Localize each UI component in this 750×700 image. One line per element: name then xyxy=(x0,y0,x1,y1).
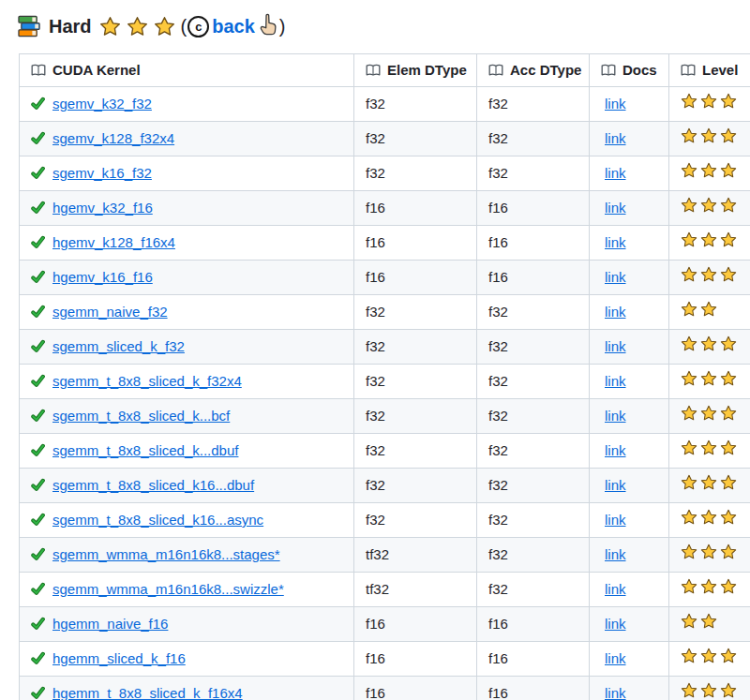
level-stars xyxy=(681,93,737,110)
docs-link[interactable]: link xyxy=(605,373,626,389)
acc-dtype-cell: f32 xyxy=(477,469,590,503)
docs-link[interactable]: link xyxy=(605,408,626,424)
kernel-link[interactable]: sgemv_k16_f32 xyxy=(52,165,152,181)
star-icon xyxy=(720,335,737,352)
star-icon xyxy=(681,544,698,560)
kernel-link[interactable]: hgemm_t_8x8_sliced_k_f16x4 xyxy=(52,685,243,700)
star-icon xyxy=(681,439,698,456)
docs-link[interactable]: link xyxy=(605,477,626,493)
docs-link[interactable]: link xyxy=(605,338,626,354)
level-stars xyxy=(681,613,717,630)
docs-link[interactable]: link xyxy=(605,234,626,250)
level-stars xyxy=(681,335,737,352)
col-header-cuda-kernel: CUDA Kernel xyxy=(20,54,354,87)
check-icon xyxy=(31,305,45,319)
kernel-link[interactable]: hgemv_k128_f16x4 xyxy=(52,234,175,250)
level-cell xyxy=(669,191,750,226)
star-icon xyxy=(681,474,698,491)
elem-dtype-cell: f32 xyxy=(354,330,477,365)
star-icon xyxy=(720,162,737,179)
docs-link[interactable]: link xyxy=(605,304,626,320)
docs-link[interactable]: link xyxy=(605,512,626,528)
kernel-link[interactable]: hgemv_k32_f16 xyxy=(52,200,153,216)
kernel-link[interactable]: sgemm_t_8x8_sliced_k...bcf xyxy=(52,408,230,424)
level-stars xyxy=(681,405,737,422)
level-cell xyxy=(669,642,750,677)
docs-link[interactable]: link xyxy=(605,616,626,632)
table-row: sgemm_wmma_m16n16k8...stages* tf32 f32 l… xyxy=(20,538,750,573)
docs-cell: link xyxy=(590,573,669,607)
star-icon xyxy=(681,127,698,144)
docs-cell: link xyxy=(590,191,669,226)
elem-dtype-cell: f16 xyxy=(354,191,477,226)
back-link[interactable]: back xyxy=(212,16,255,37)
kernel-link[interactable]: sgemm_t_8x8_sliced_k16...async xyxy=(52,512,263,528)
star-icon xyxy=(720,370,737,387)
star-icon xyxy=(681,93,698,110)
docs-link[interactable]: link xyxy=(605,685,626,700)
kernel-link[interactable]: hgemm_naive_f16 xyxy=(52,616,168,632)
kernel-cell: hgemm_naive_f16 xyxy=(20,607,354,642)
level-cell xyxy=(669,226,750,261)
star-icon xyxy=(681,197,698,214)
docs-link[interactable]: link xyxy=(605,581,626,597)
star-icon xyxy=(720,439,737,456)
close-paren: ) xyxy=(279,16,286,37)
docs-cell: link xyxy=(590,226,669,261)
star-icon xyxy=(700,93,717,110)
star-icon xyxy=(681,335,698,352)
star-icon xyxy=(681,301,698,318)
kernel-link[interactable]: sgemm_wmma_m16n16k8...stages* xyxy=(52,546,280,562)
docs-link[interactable]: link xyxy=(605,130,626,146)
check-icon xyxy=(31,235,45,249)
difficulty-stars xyxy=(99,16,175,37)
level-stars xyxy=(681,127,737,144)
docs-cell: link xyxy=(590,122,669,156)
kernel-cell: hgemm_sliced_k_f16 xyxy=(20,642,354,677)
kernel-link[interactable]: hgemm_sliced_k_f16 xyxy=(52,650,186,666)
kernel-link[interactable]: hgemv_k16_f16 xyxy=(52,269,153,285)
elem-dtype-cell: f32 xyxy=(354,156,477,191)
level-cell xyxy=(669,399,750,434)
table-header-row: CUDA Kernel Elem DType Acc DType Docs Le… xyxy=(20,54,750,87)
kernel-cell: sgemm_sliced_k_f32 xyxy=(20,330,354,365)
acc-dtype-cell: f16 xyxy=(477,226,590,261)
kernel-link[interactable]: sgemm_t_8x8_sliced_k_f32x4 xyxy=(52,373,242,389)
star-icon xyxy=(681,231,698,248)
acc-dtype-cell: f32 xyxy=(477,434,590,469)
level-stars xyxy=(681,509,737,526)
star-icon xyxy=(720,266,737,283)
docs-link[interactable]: link xyxy=(605,96,626,112)
docs-link[interactable]: link xyxy=(605,650,626,666)
docs-link[interactable]: link xyxy=(605,165,626,181)
star-icon xyxy=(720,405,737,422)
kernel-link[interactable]: sgemm_wmma_m16n16k8...swizzle* xyxy=(52,581,284,597)
kernel-link[interactable]: sgemm_t_8x8_sliced_k16...dbuf xyxy=(52,477,254,493)
elem-dtype-cell: f16 xyxy=(354,642,477,677)
star-icon xyxy=(681,613,698,630)
kernel-link[interactable]: sgemm_sliced_k_f32 xyxy=(52,338,185,354)
docs-cell: link xyxy=(590,607,669,642)
docs-link[interactable]: link xyxy=(605,442,626,458)
kernel-cell: sgemm_wmma_m16n16k8...stages* xyxy=(20,538,354,573)
check-icon xyxy=(31,582,45,596)
kernel-link[interactable]: sgemm_naive_f32 xyxy=(52,304,168,320)
kernel-table-wrap: CUDA Kernel Elem DType Acc DType Docs Le… xyxy=(19,53,750,700)
star-icon xyxy=(720,682,737,699)
acc-dtype-cell: f16 xyxy=(477,607,590,642)
docs-link[interactable]: link xyxy=(605,269,626,285)
star-icon xyxy=(720,474,737,491)
kernel-link[interactable]: sgemv_k128_f32x4 xyxy=(52,130,174,146)
star-icon xyxy=(700,127,717,144)
check-icon xyxy=(31,409,45,423)
kernel-link[interactable]: sgemv_k32_f32 xyxy=(52,96,152,112)
table-row: hgemv_k128_f16x4 f16 f16 link xyxy=(20,226,750,261)
docs-link[interactable]: link xyxy=(605,200,626,216)
acc-dtype-cell: f32 xyxy=(477,122,590,156)
docs-cell: link xyxy=(590,677,669,700)
kernel-link[interactable]: sgemm_t_8x8_sliced_k...dbuf xyxy=(52,442,238,458)
docs-link[interactable]: link xyxy=(605,546,626,562)
level-stars xyxy=(681,162,737,179)
table-row: hgemv_k16_f16 f16 f16 link xyxy=(20,261,750,295)
pointing-up-icon xyxy=(257,13,279,36)
